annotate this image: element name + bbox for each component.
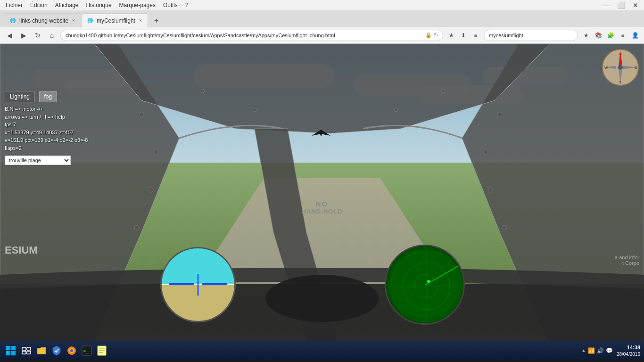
- svg-point-9: [253, 108, 256, 112]
- forward-button[interactable]: ▶: [18, 30, 29, 41]
- location-dropdown[interactable]: trouville plage: [5, 156, 71, 165]
- menu-help[interactable]: ?: [182, 2, 192, 8]
- new-tab-button[interactable]: +: [150, 14, 163, 27]
- firefox-icon-svg: [66, 346, 77, 356]
- svg-text:>_: >_: [83, 348, 89, 354]
- svg-point-27: [618, 65, 623, 70]
- overflow-icon[interactable]: ≡: [618, 30, 628, 41]
- right-toolbar: ★ 📚 🧩 ≡ 👤: [581, 30, 640, 41]
- menu-outils[interactable]: Outils: [159, 2, 182, 8]
- ssl-icon: 🔒: [425, 32, 432, 38]
- extensions-icon[interactable]: 🧩: [605, 30, 616, 41]
- profile-icon[interactable]: 👤: [630, 30, 640, 41]
- hand-hold-text: HAND HOLD: [302, 208, 343, 215]
- tab-close-inactive[interactable]: ×: [72, 18, 75, 23]
- taskbar: >_ ▲ 📶 🔊 💬 14:38 28/04/2016: [0, 341, 644, 360]
- date-display: 28/04/2016: [617, 351, 640, 357]
- refresh-icon[interactable]: ↻: [434, 32, 438, 38]
- attitude-indicator: [160, 247, 236, 322]
- cesium-watermark-right: a and infor t Corpo: [615, 255, 639, 266]
- svg-point-1: [153, 150, 158, 155]
- back-button[interactable]: ◀: [4, 30, 15, 41]
- refresh-button[interactable]: ↻: [32, 30, 43, 41]
- terminal-icon[interactable]: >_: [80, 344, 93, 357]
- svg-rect-32: [6, 346, 10, 350]
- tab-label-active: myCesiumflight: [97, 17, 135, 24]
- menu-icon[interactable]: ≡: [471, 30, 481, 41]
- lighting-button[interactable]: Lighting: [5, 91, 35, 102]
- svg-point-7: [502, 225, 507, 230]
- svg-rect-38: [22, 351, 26, 354]
- notes-icon-svg: [97, 346, 107, 356]
- svg-rect-35: [11, 351, 16, 355]
- svg-point-10: [394, 108, 398, 112]
- message-icon[interactable]: 💬: [606, 347, 613, 354]
- info-text: B,N => motor -/+ arrows => turn / H => h…: [5, 105, 88, 152]
- tab-mycesiumflight[interactable]: 🌐 myCesiumflight ×: [81, 13, 148, 27]
- svg-point-0: [139, 112, 144, 117]
- window-close[interactable]: ✕: [629, 1, 642, 9]
- cesium-right-line2: t Corpo: [615, 260, 639, 266]
- svg-point-2: [149, 188, 153, 192]
- tray-up-arrow[interactable]: ▲: [581, 348, 586, 353]
- shield-icon: [52, 346, 61, 356]
- info-line-5: v=151.9 pct=139 o1=-4 o2=-2 o3=-8: [5, 136, 88, 144]
- bookmarks-icon[interactable]: 📚: [593, 30, 603, 41]
- terminal-icon-svg: >_: [82, 346, 92, 356]
- bookmark-star[interactable]: ★: [581, 30, 591, 41]
- start-button[interactable]: [4, 344, 18, 358]
- url-bar[interactable]: chungkn1400.github.io/myCesiumflight/myC…: [60, 30, 443, 41]
- fog-button[interactable]: fog: [39, 91, 58, 102]
- file-explorer-icon[interactable]: [35, 344, 48, 357]
- svg-rect-34: [6, 351, 10, 355]
- menu-fichier[interactable]: Fichier: [2, 2, 26, 8]
- radar-circles-svg: [386, 246, 463, 323]
- time-display: 14:38: [617, 344, 640, 351]
- cesium-right-line1: a and infor: [615, 255, 639, 260]
- home-button[interactable]: ⌂: [46, 30, 58, 41]
- menu-edition[interactable]: Édition: [26, 2, 51, 8]
- menu-affichage[interactable]: Affichage: [51, 2, 83, 8]
- bookmark-icon[interactable]: ★: [446, 30, 456, 41]
- tab-favicon: 🌐: [10, 18, 16, 23]
- cockpit-frame: [0, 44, 644, 341]
- svg-point-5: [483, 150, 488, 155]
- tab-close-active[interactable]: ×: [139, 18, 142, 23]
- task-view-icon: [22, 347, 31, 354]
- tab-label-inactive: links chung website: [19, 17, 68, 24]
- svg-point-8: [201, 89, 205, 93]
- distant-aircraft: [309, 127, 333, 141]
- menu-bar: Fichier Édition Affichage Historique Mar…: [0, 0, 644, 10]
- cesium-watermark-left: ESIUM: [5, 244, 38, 256]
- network-icon[interactable]: 📶: [588, 347, 595, 354]
- window-maximize[interactable]: ⬜: [613, 1, 629, 9]
- info-line-4: x=1.53379 y=49.14037 z=407: [5, 129, 88, 137]
- sync-icon[interactable]: ⬇: [458, 30, 469, 41]
- svg-point-12: [265, 275, 379, 322]
- svg-point-6: [488, 188, 493, 192]
- radar-display: [385, 245, 465, 325]
- search-bar[interactable]: mycesiumflight: [484, 30, 578, 41]
- toolbar-icons: ★ ⬇ ≡: [446, 30, 481, 41]
- menu-marque-pages[interactable]: Marque-pages: [116, 2, 159, 8]
- svg-point-42: [70, 349, 73, 352]
- url-text: chungkn1400.github.io/myCesiumflight/myC…: [66, 33, 425, 38]
- no-text: NO: [302, 200, 343, 208]
- sound-icon[interactable]: 🔊: [597, 347, 604, 354]
- notes-icon[interactable]: [95, 344, 108, 357]
- clock[interactable]: 14:38 28/04/2016: [617, 344, 640, 357]
- info-line-2: arrows => turn / H => help: [5, 113, 88, 121]
- info-line-3: fps 7: [5, 121, 88, 129]
- menu-historique[interactable]: Historique: [83, 2, 116, 8]
- window-minimize[interactable]: —: [599, 1, 613, 9]
- windows-logo: [6, 346, 16, 356]
- security-icon-taskbar[interactable]: [50, 344, 63, 357]
- firefox-icon[interactable]: [65, 344, 78, 357]
- tab-links-chung[interactable]: 🌐 links chung website ×: [4, 13, 81, 27]
- main-content: NO HAND HOLD: [0, 44, 644, 341]
- task-view-button[interactable]: [20, 344, 33, 357]
- system-tray: ▲ 📶 🔊 💬: [581, 347, 613, 354]
- browser-chrome: Fichier Édition Affichage Historique Mar…: [0, 0, 644, 44]
- location-select-wrapper: trouville plage: [5, 156, 88, 165]
- ai-right-wing: [202, 283, 227, 285]
